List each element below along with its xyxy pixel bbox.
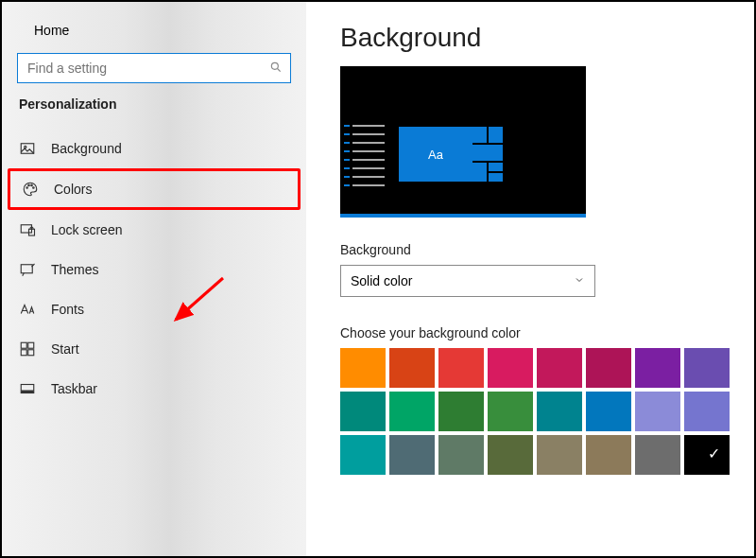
color-swatch-grid: ✓: [340, 348, 720, 475]
svg-rect-11: [28, 342, 34, 348]
desktop-preview: Aa: [340, 66, 586, 218]
dropdown-selected-value: Solid color: [351, 273, 412, 288]
svg-rect-13: [28, 350, 34, 356]
sidebar-item-label: Lock screen: [51, 222, 122, 237]
search-input[interactable]: [27, 61, 269, 76]
sidebar: Home Personalization Background: [2, 2, 306, 556]
sidebar-item-taskbar[interactable]: Taskbar: [2, 369, 306, 409]
nav-list: Background Colors Lock screen Themes: [2, 119, 306, 409]
svg-point-6: [33, 187, 35, 189]
color-swatch[interactable]: [488, 435, 533, 475]
preview-tile: Aa: [399, 127, 472, 182]
sidebar-item-label: Start: [51, 341, 79, 357]
svg-point-0: [271, 62, 278, 69]
picture-icon: [19, 140, 36, 157]
color-swatch[interactable]: [537, 435, 582, 475]
chevron-down-icon: [574, 274, 585, 288]
taskbar-icon: [19, 380, 36, 397]
color-swatch[interactable]: [684, 392, 730, 431]
color-swatch[interactable]: [586, 392, 631, 431]
sidebar-item-background[interactable]: Background: [2, 129, 306, 168]
preview-taskbar: [340, 214, 586, 218]
color-swatch[interactable]: [488, 348, 533, 388]
color-swatch[interactable]: [340, 392, 386, 431]
check-icon: ✓: [708, 445, 720, 462]
color-swatch[interactable]: [537, 392, 582, 431]
svg-rect-9: [21, 265, 32, 273]
color-swatch[interactable]: [488, 392, 533, 431]
color-swatch[interactable]: [389, 392, 435, 431]
sidebar-item-lock-screen[interactable]: Lock screen: [2, 210, 306, 250]
svg-rect-12: [21, 350, 26, 356]
sidebar-item-label: Colors: [54, 182, 92, 197]
color-swatch[interactable]: [635, 435, 680, 475]
sidebar-item-fonts[interactable]: Fonts: [2, 289, 306, 329]
search-input-container[interactable]: [17, 53, 291, 83]
svg-rect-15: [21, 391, 34, 393]
sidebar-item-label: Themes: [51, 262, 99, 277]
color-swatch[interactable]: [537, 348, 582, 388]
sidebar-item-themes[interactable]: Themes: [2, 250, 306, 289]
color-swatch[interactable]: [684, 348, 730, 388]
sidebar-item-colors[interactable]: Colors: [8, 168, 301, 210]
color-swatch[interactable]: ✓: [684, 435, 730, 475]
preview-app-list: [344, 125, 389, 193]
color-swatch[interactable]: [635, 392, 680, 431]
color-swatch[interactable]: [438, 435, 484, 475]
svg-rect-10: [21, 342, 26, 348]
color-swatch[interactable]: [389, 435, 435, 475]
color-swatch[interactable]: [340, 435, 386, 475]
page-title: Background: [340, 23, 720, 53]
section-title: Personalization: [2, 96, 306, 119]
color-swatch[interactable]: [635, 348, 680, 388]
color-swatch[interactable]: [340, 348, 386, 388]
svg-point-5: [31, 184, 33, 186]
fonts-icon: [19, 301, 36, 318]
home-label: Home: [34, 23, 69, 38]
svg-point-3: [26, 187, 28, 189]
themes-icon: [19, 261, 36, 278]
color-swatch[interactable]: [389, 348, 435, 388]
color-swatch[interactable]: [438, 392, 484, 431]
color-swatch[interactable]: [438, 348, 484, 388]
choose-color-label: Choose your background color: [340, 325, 720, 340]
lock-screen-icon: [19, 221, 36, 238]
main-content: Background Aa Bac: [306, 2, 754, 556]
start-icon: [19, 340, 36, 357]
sidebar-item-label: Fonts: [51, 302, 84, 317]
color-swatch[interactable]: [586, 435, 631, 475]
sidebar-item-label: Background: [51, 141, 122, 156]
palette-icon: [22, 181, 39, 198]
home-link[interactable]: Home: [2, 15, 306, 51]
sidebar-item-label: Taskbar: [51, 381, 97, 396]
background-field-label: Background: [340, 242, 720, 257]
sidebar-item-start[interactable]: Start: [2, 329, 306, 369]
color-swatch[interactable]: [586, 348, 631, 388]
search-icon: [269, 61, 283, 77]
svg-point-4: [28, 184, 30, 186]
background-type-dropdown[interactable]: Solid color: [340, 265, 595, 297]
preview-small-tiles: [472, 127, 503, 161]
